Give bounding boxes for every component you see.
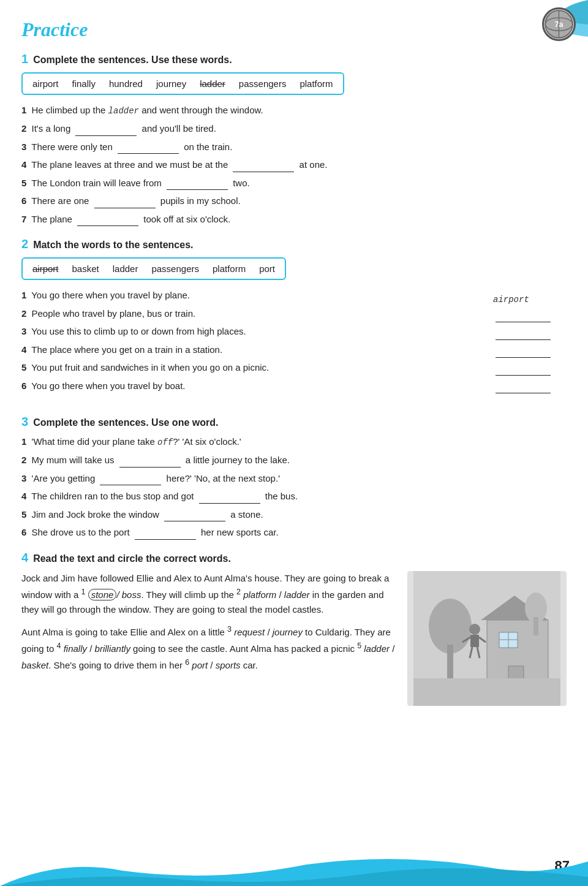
sentence1-7: 7 The plane took off at six o'clock. [21,213,567,227]
match-item5: 5 You put fruit and sandwiches in it whe… [21,361,493,375]
word-finally: finally [72,78,96,89]
match-answers: airport [493,289,567,404]
section4-number: 4 [21,551,28,565]
section4-heading: 4 Read the text and circle the correct w… [21,551,567,565]
section3: 3 Complete the sentences. Use one word. … [21,415,567,540]
section4-title: Read the text and circle the correct wor… [33,553,231,564]
unit-badge: 7a [542,7,576,41]
sentence1-2: 2 It's a long and you'll be tired. [21,122,567,136]
word2-platform: platform [213,263,246,274]
s3-item3: 3 'Are you getting here?' 'No, at the ne… [21,472,567,486]
section4-content: Jock and Jim have followed Ellie and Ale… [21,571,567,706]
match-item6: 6 You go there when you travel by boat. [21,379,493,393]
word-airport: airport [32,78,59,89]
word2-passengers: passengers [151,263,199,274]
word-journey: journey [156,78,186,89]
word2-ladder: ladder [113,263,138,274]
scene-illustration [413,571,560,706]
svg-rect-14 [533,617,538,635]
sentence1-6: 6 There are one pupils in my school. [21,194,567,208]
section1-word-box: airport finally hundred journey ladder p… [21,72,344,95]
section1-sentences: 1 He climbed up the ladder and went thro… [21,104,567,226]
svg-point-15 [469,624,480,635]
match-list: 1 You go there when you travel by plane.… [21,289,493,393]
match-item4: 4 The place where you get on a train in … [21,343,493,357]
svg-text:7a: 7a [555,20,564,29]
section3-heading: 3 Complete the sentences. Use one word. [21,415,567,429]
match-item3: 3 You use this to climb up to or down fr… [21,325,493,339]
svg-rect-12 [447,645,453,681]
s3-item1: 1 'What time did your plane take off?' '… [21,435,567,449]
section4: 4 Read the text and circle the correct w… [21,551,567,706]
word2-basket: basket [72,263,99,274]
match-answer5 [493,362,567,379]
section2-title: Match the words to the sentences. [33,240,193,251]
section2-heading: 2 Match the words to the sentences. [21,237,567,251]
s3-item4: 4 The children ran to the bus stop and g… [21,490,567,504]
s3-item6: 6 She drove us to the port her new sport… [21,526,567,540]
sentence1-5: 5 The London train will leave from two. [21,176,567,191]
section2-match: 1 You go there when you travel by plane.… [21,289,567,404]
svg-rect-16 [470,635,479,647]
section3-sentences: 1 'What time did your plane take off?' '… [21,435,567,540]
word-ladder-crossed: ladder [200,78,225,89]
section1-number: 1 [21,52,28,66]
section2: 2 Match the words to the sentences. airp… [21,237,567,404]
circled-stone: stone [88,589,117,600]
s3-item5: 5 Jim and Jock broke the window a stone. [21,508,567,522]
match-answer1: airport [493,291,567,308]
match-item2: 2 People who travel by plane, bus or tra… [21,307,493,321]
section4-text: Jock and Jim have followed Ellie and Ale… [21,571,395,706]
section1: 1 Complete the sentences. Use these word… [21,52,567,226]
sentence1-4: 4 The plane leaves at three and we must … [21,158,567,172]
illustration [407,571,567,706]
match-answer4 [493,344,567,362]
bottom-decoration [0,852,588,886]
section2-number: 2 [21,237,28,251]
match-sentences: 1 You go there when you travel by plane.… [21,289,493,404]
sentence1-1: 1 He climbed up the ladder and went thro… [21,104,567,118]
section4-para1: Jock and Jim have followed Ellie and Ale… [21,571,395,617]
section3-number: 3 [21,415,28,429]
sentence1-3: 3 There were only ten on the train. [21,140,567,154]
section3-title: Complete the sentences. Use one word. [33,417,218,428]
word-platform: platform [300,78,333,89]
section1-title: Complete the sentences. Use these words. [33,55,232,66]
section2-word-box: airport basket ladder passengers platfor… [21,257,286,280]
match-answer3 [493,327,567,344]
match-answer2 [493,309,567,326]
word-passengers: passengers [239,78,287,89]
section1-heading: 1 Complete the sentences. Use these word… [21,52,567,66]
word-hundred: hundred [109,78,143,89]
practice-title: Practice [21,18,567,41]
svg-rect-21 [413,678,560,706]
section4-para2: Aunt Alma is going to take Ellie and Ale… [21,623,395,673]
word2-airport: airport [32,263,59,274]
match-answer6 [493,380,567,397]
s3-item2: 2 My mum will take us a little journey t… [21,453,567,468]
match-item1: 1 You go there when you travel by plane. [21,289,493,303]
word2-port: port [259,263,275,274]
